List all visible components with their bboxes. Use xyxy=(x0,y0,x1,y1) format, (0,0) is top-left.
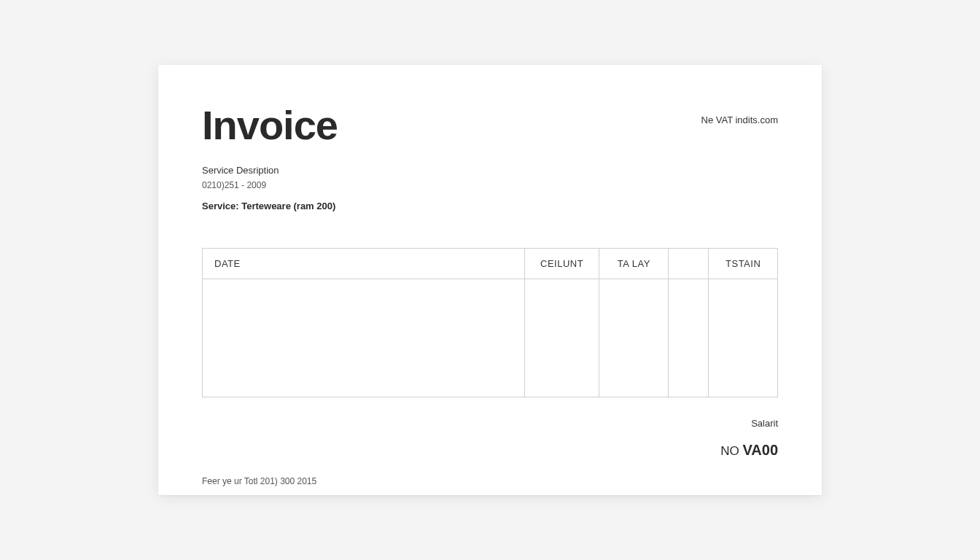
invoice-table: DATE CEILUNT TA LAY TSTAIN xyxy=(202,248,778,397)
cell-talay xyxy=(599,279,669,397)
invoice-title: Invoice xyxy=(202,101,338,149)
col-talay-header: TA LAY xyxy=(599,249,669,279)
cell-ceilunt xyxy=(524,279,599,397)
vat-code: VA00 xyxy=(742,442,778,458)
meta-block: Service Desription 0210)251 - 2009 Servi… xyxy=(202,165,778,211)
col-ceilunt-header: CEILUNT xyxy=(524,249,599,279)
no-vat-line: NO VA00 xyxy=(202,442,778,459)
invoice-number: 0210)251 - 2009 xyxy=(202,180,778,190)
table-row xyxy=(203,279,778,397)
cell-empty xyxy=(669,279,709,397)
subtotal-label: Salarit xyxy=(202,418,778,429)
col-date-header: DATE xyxy=(203,249,525,279)
header-row: Invoice Ne VAT indits.com xyxy=(202,101,778,149)
invoice-card: Invoice Ne VAT indits.com Service Desrip… xyxy=(158,65,822,495)
cell-date xyxy=(203,279,525,397)
cell-tstain xyxy=(709,279,778,397)
top-right-note: Ne VAT indits.com xyxy=(701,114,778,125)
service-description-label: Service Desription xyxy=(202,165,778,176)
service-subline: Service: Terteweare (ram 200) xyxy=(202,201,778,211)
col-empty-header xyxy=(669,249,709,279)
no-prefix: NO xyxy=(720,444,742,458)
col-tstain-header: TSTAIN xyxy=(709,249,778,279)
table-header-row: DATE CEILUNT TA LAY TSTAIN xyxy=(203,249,778,279)
totals-block: Salarit NO VA00 xyxy=(202,418,778,459)
footer-line: Feer ye ur Totl 201) 300 2015 xyxy=(202,476,778,486)
